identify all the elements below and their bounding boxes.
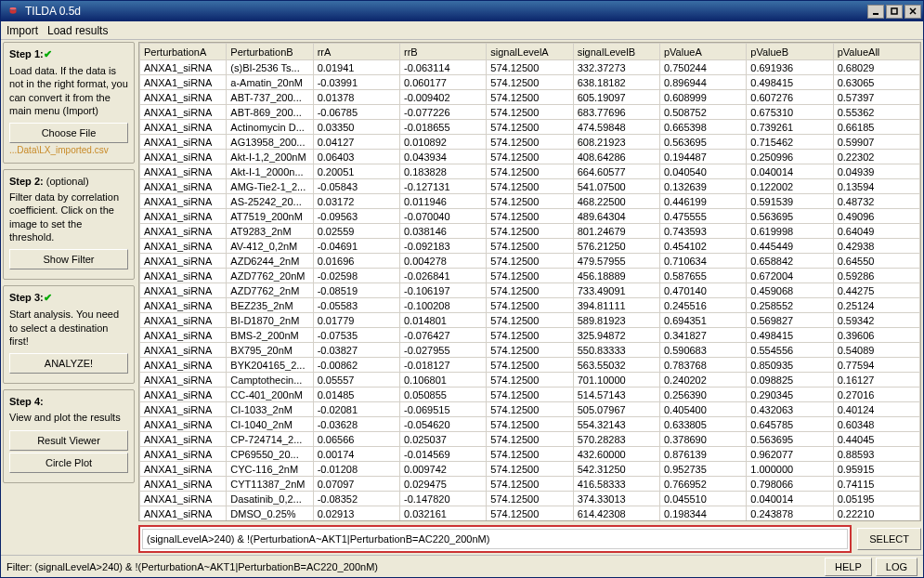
log-button[interactable]: LOG	[876, 558, 917, 576]
show-filter-button[interactable]: Show Filter	[9, 249, 128, 269]
minimize-button[interactable]	[867, 5, 884, 19]
table-cell: AG13958_200...	[227, 135, 313, 150]
table-row[interactable]: ANXA1_siRNABYK204165_2...-0.00862-0.0181…	[140, 358, 920, 373]
column-header[interactable]: pValueA	[659, 44, 746, 60]
table-row[interactable]: ANXA1_siRNAa-Amatin_20nM-0.039910.060177…	[140, 75, 920, 90]
result-viewer-button[interactable]: Result Viewer	[9, 430, 128, 451]
table-cell: -0.018655	[399, 120, 486, 135]
table-row[interactable]: ANXA1_siRNABX795_20nM-0.03827-0.02795557…	[140, 343, 920, 358]
table-cell: 0.608999	[659, 90, 746, 105]
table-cell: 0.00174	[313, 447, 399, 462]
column-header[interactable]: rrA	[313, 44, 399, 60]
help-button[interactable]: HELP	[825, 558, 872, 576]
table-cell: 0.01696	[313, 254, 399, 269]
table-row[interactable]: ANXA1_siRNAAG13958_200...0.041270.010892…	[140, 135, 920, 150]
table-row[interactable]: ANXA1_siRNACYC-116_2nM-0.012080.00974257…	[140, 462, 920, 477]
table-cell: 0.715462	[747, 135, 833, 150]
table-row[interactable]: ANXA1_siRNADasatinib_0,2...-0.08352-0.14…	[140, 492, 920, 506]
table-row[interactable]: ANXA1_siRNAActinomycin D...0.03350-0.018…	[140, 120, 920, 135]
table-cell: 0.77594	[833, 358, 919, 373]
table-row[interactable]: ANXA1_siRNA(s)BI-2536 Ts...0.01941-0.063…	[140, 60, 920, 75]
table-cell: AT7519_200nM	[227, 209, 313, 224]
column-header[interactable]: PerturbationB	[227, 44, 313, 60]
table-cell: -0.02081	[313, 402, 399, 417]
table-row[interactable]: ANXA1_siRNABMS-2_200nM-0.07535-0.0764275…	[140, 328, 920, 343]
window-controls	[867, 5, 921, 19]
menu-import[interactable]: Import	[7, 24, 38, 37]
table-cell: 574.12500	[487, 373, 573, 388]
menu-load-results[interactable]: Load results	[47, 24, 108, 37]
table-row[interactable]: ANXA1_siRNAAZD7762_20nM-0.02598-0.026841…	[140, 269, 920, 283]
table-cell: -0.009402	[399, 90, 486, 105]
table-row[interactable]: ANXA1_siRNACYT11387_2nM0.070970.02947557…	[140, 477, 920, 492]
column-header[interactable]: signalLevelA	[487, 44, 573, 60]
table-cell: 0.025037	[399, 432, 486, 447]
column-header[interactable]: pValueAll	[833, 44, 919, 60]
table-row[interactable]: ANXA1_siRNAAT7519_200nM-0.09563-0.070040…	[140, 209, 920, 224]
table-cell: 0.009742	[399, 462, 486, 477]
table-row[interactable]: ANXA1_siRNAAkt-I-1_2000n...0.200510.1838…	[140, 164, 920, 179]
window-title: TILDA 0.5d	[25, 5, 81, 18]
close-button[interactable]	[904, 5, 921, 19]
table-cell: 574.12500	[487, 164, 573, 179]
table-cell: 0.49096	[833, 209, 919, 224]
table-cell: 574.12500	[487, 328, 573, 343]
choose-file-button[interactable]: Choose File	[9, 123, 128, 143]
table-cell: 0.01378	[313, 90, 399, 105]
analyze-button[interactable]: ANALYZE!	[9, 353, 128, 374]
table-row[interactable]: ANXA1_siRNABI-D1870_2nM0.017790.01480157…	[140, 313, 920, 328]
table-row[interactable]: ANXA1_siRNAAZD7762_2nM-0.08519-0.1061975…	[140, 283, 920, 298]
svg-point-0	[10, 7, 17, 10]
table-cell: 541.07500	[573, 179, 659, 194]
table-cell: 0.07097	[313, 477, 399, 492]
column-header[interactable]: pValueB	[747, 44, 833, 60]
filter-input-highlight	[138, 525, 852, 553]
table-cell: 0.132639	[659, 179, 746, 194]
table-cell: -0.147820	[399, 492, 486, 506]
table-cell: a-Amatin_20nM	[227, 75, 313, 90]
table-cell: 574.12500	[487, 388, 573, 402]
maximize-button[interactable]	[886, 5, 903, 19]
table-row[interactable]: ANXA1_siRNADMSO_0.25%0.029130.032161574.…	[140, 506, 920, 521]
table-row[interactable]: ANXA1_siRNACP-724714_2...0.065660.025037…	[140, 432, 920, 447]
table-row[interactable]: ANXA1_siRNACamptothecin...0.055570.10680…	[140, 373, 920, 388]
table-cell: 489.64304	[573, 209, 659, 224]
step3-desc: Start analysis. You need to select a des…	[9, 308, 128, 348]
table-cell: 0.02559	[313, 224, 399, 239]
select-button[interactable]: SELECT	[857, 528, 921, 550]
table-row[interactable]: ANXA1_siRNACC-401_200nM0.014850.05085557…	[140, 388, 920, 402]
table-row[interactable]: ANXA1_siRNAABT-869_200...-0.06785-0.0772…	[140, 105, 920, 120]
table-row[interactable]: ANXA1_siRNACP69550_20...0.00174-0.014569…	[140, 447, 920, 462]
table-cell: 0.01779	[313, 313, 399, 328]
column-header[interactable]: signalLevelB	[573, 44, 659, 60]
table-row[interactable]: ANXA1_siRNAAT9283_2nM0.025590.038146574.…	[140, 224, 920, 239]
table-cell: 542.31250	[573, 462, 659, 477]
table-cell: 0.743593	[659, 224, 746, 239]
table-row[interactable]: ANXA1_siRNAAkt-I-1,2_200nM0.064030.04393…	[140, 150, 920, 164]
table-cell: 0.045510	[659, 492, 746, 506]
table-row[interactable]: ANXA1_siRNACI-1040_2nM-0.03628-0.0546205…	[140, 417, 920, 432]
table-row[interactable]: ANXA1_siRNAAZD6244_2nM0.016960.004278574…	[140, 254, 920, 269]
step1-title: Step 1:✔	[9, 48, 128, 60]
table-cell: 0.619998	[747, 224, 833, 239]
table-row[interactable]: ANXA1_siRNAABT-737_200...0.01378-0.00940…	[140, 90, 920, 105]
table-cell: 474.59848	[573, 120, 659, 135]
table-cell: -0.03827	[313, 343, 399, 358]
data-table-container[interactable]: PerturbationAPerturbationBrrArrBsignalLe…	[138, 42, 921, 521]
table-cell: -0.054620	[399, 417, 486, 432]
table-cell: 0.032161	[399, 506, 486, 521]
table-row[interactable]: ANXA1_siRNAAV-412_0,2nM-0.04691-0.092183…	[140, 239, 920, 254]
table-cell: 0.658842	[747, 254, 833, 269]
table-row[interactable]: ANXA1_siRNABEZ235_2nM-0.05583-0.10020857…	[140, 298, 920, 313]
filter-input[interactable]	[142, 529, 848, 549]
table-row[interactable]: ANXA1_siRNAAS-25242_20...0.031720.011946…	[140, 194, 920, 209]
table-cell: ANXA1_siRNA	[140, 343, 227, 358]
circle-plot-button[interactable]: Circle Plot	[9, 453, 128, 473]
table-cell: 574.12500	[487, 477, 573, 492]
table-row[interactable]: ANXA1_siRNAAMG-Tie2-1_2...-0.05843-0.127…	[140, 179, 920, 194]
column-header[interactable]: PerturbationA	[140, 44, 227, 60]
table-cell: 574.12500	[487, 254, 573, 269]
column-header[interactable]: rrB	[399, 44, 486, 60]
table-row[interactable]: ANXA1_siRNACI-1033_2nM-0.02081-0.0695155…	[140, 402, 920, 417]
table-cell: 574.12500	[487, 283, 573, 298]
